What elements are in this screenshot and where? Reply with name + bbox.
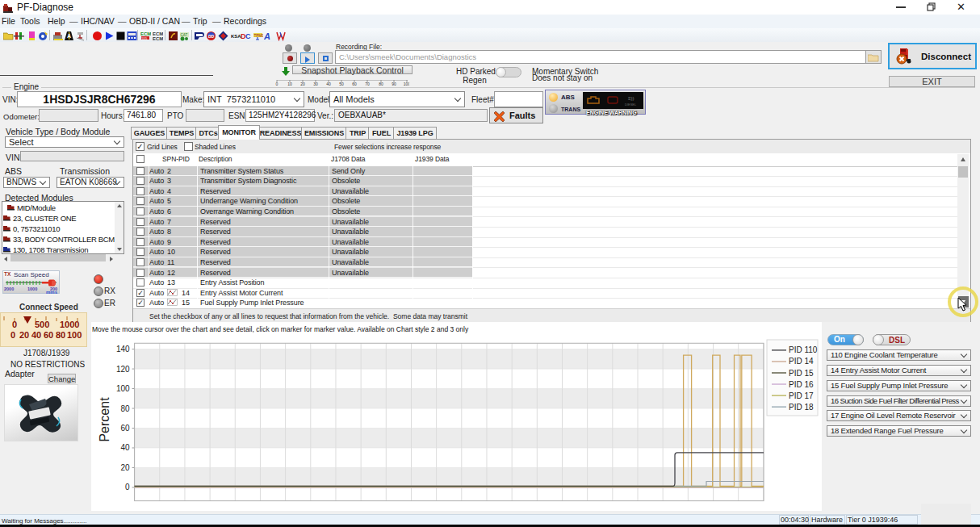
- svg-text:PID 17: PID 17: [789, 391, 814, 400]
- svg-text:Percent: Percent: [98, 397, 111, 442]
- svg-text:0: 0: [276, 82, 279, 86]
- svg-text:20: 20: [300, 82, 305, 86]
- svg-text:PID 110: PID 110: [789, 345, 818, 354]
- svg-text:80: 80: [120, 404, 130, 413]
- svg-text:ECM: ECM: [153, 36, 163, 41]
- svg-text:TPMS: TPMS: [254, 34, 264, 38]
- svg-text:PID 14: PID 14: [789, 357, 814, 366]
- svg-text:120: 120: [116, 365, 130, 374]
- svg-text:0: 0: [125, 483, 130, 491]
- svg-text:10: 10: [287, 82, 292, 86]
- svg-text:40: 40: [120, 443, 130, 452]
- svg-text:100: 100: [116, 384, 130, 393]
- svg-text:DD: DD: [208, 34, 215, 39]
- svg-text:555: 555: [142, 36, 148, 40]
- svg-text:≡)): ≡)): [628, 96, 634, 101]
- svg-text:50: 50: [339, 82, 344, 86]
- svg-text:140: 140: [116, 345, 130, 353]
- svg-text:90: 90: [392, 82, 396, 86]
- svg-text:A: A: [264, 31, 270, 41]
- svg-text:KSA: KSA: [231, 34, 241, 39]
- svg-text:40: 40: [326, 82, 331, 86]
- svg-text:C: C: [245, 32, 251, 40]
- svg-text:20: 20: [120, 463, 130, 472]
- svg-text:60: 60: [120, 424, 130, 433]
- svg-text:30: 30: [313, 82, 318, 86]
- svg-text:PID 18: PID 18: [789, 403, 814, 412]
- svg-text:CAT: CAT: [180, 33, 187, 37]
- svg-text:A: A: [67, 33, 71, 39]
- svg-text:100: 100: [404, 82, 409, 86]
- svg-text:60: 60: [352, 82, 357, 86]
- svg-text:70: 70: [365, 82, 370, 86]
- svg-text:80: 80: [379, 82, 383, 86]
- svg-text:PID 15: PID 15: [789, 369, 814, 378]
- svg-text:PID 16: PID 16: [789, 380, 814, 389]
- svg-text:DIESEL: DIESEL: [625, 102, 637, 107]
